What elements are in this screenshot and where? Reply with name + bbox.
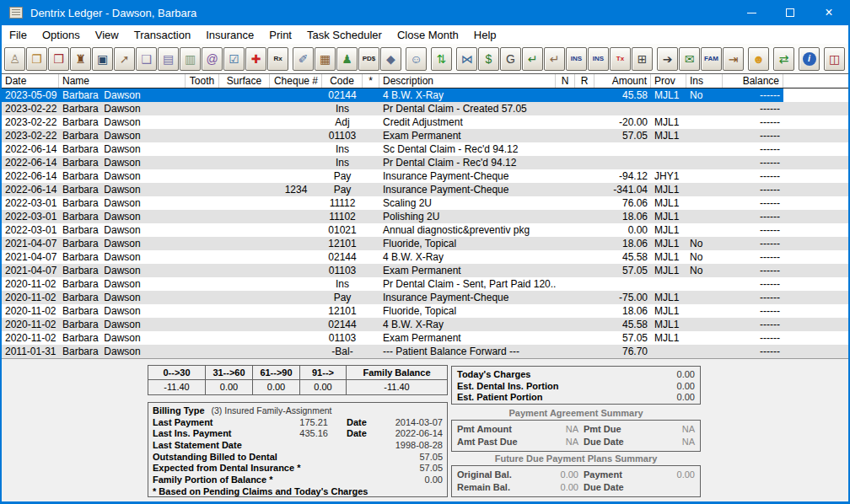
column-header-tooth[interactable]: Tooth — [186, 74, 219, 88]
cheque-register-icon[interactable]: ▥ — [180, 47, 201, 71]
cell-tooth — [186, 210, 219, 223]
table-row[interactable]: 2022-03-01 Barbara Dawson 01021 Annual d… — [2, 223, 848, 237]
cell-surface — [219, 304, 270, 318]
cell-description: Scaling 2U — [379, 196, 556, 210]
table-row[interactable]: 2020-11-02 Barbara Dawson Pay Insurance … — [2, 291, 848, 304]
column-header-r[interactable]: R — [575, 74, 594, 88]
billed-payment-icon[interactable]: PD$ — [358, 47, 379, 71]
info-icon[interactable]: i — [799, 47, 820, 71]
menu-item-close-month[interactable]: Close Month — [390, 25, 466, 44]
cell-n — [556, 237, 575, 250]
cell-date: 2011-01-31 — [2, 345, 59, 358]
quick-letters-icon[interactable]: ➚ — [114, 47, 135, 71]
walkout-icon[interactable]: ➔ — [657, 47, 678, 71]
document-cabinet-icon[interactable]: ▦ — [315, 47, 336, 71]
questionnaire-icon[interactable]: ☑ — [223, 47, 245, 71]
guarantor-notes-icon[interactable]: G — [500, 47, 521, 71]
minimize-button[interactable] — [732, 0, 771, 25]
menu-item-print[interactable]: Print — [261, 25, 299, 44]
cell-n — [556, 115, 575, 129]
cell-tooth — [186, 196, 219, 210]
maximize-button[interactable] — [771, 0, 810, 25]
enter-payment-icon[interactable]: ↵ — [522, 47, 543, 71]
column-header-date[interactable]: Date — [2, 74, 59, 88]
billing-label: * Based on Pending Claims and Today's Ch… — [153, 486, 368, 496]
prescriptions-icon[interactable]: Rx — [267, 47, 288, 71]
cell-r — [575, 264, 594, 277]
table-row[interactable]: 2022-06-14 Barbara Dawson 1234 Pay Insur… — [2, 183, 848, 196]
cell-prov: MJL1 — [651, 129, 686, 142]
table-row[interactable]: 2021-04-07 Barbara Dawson 02144 4 B.W. X… — [2, 250, 848, 264]
statement-icon[interactable]: $ — [478, 47, 499, 71]
family-file-icon[interactable]: ❐ — [26, 47, 47, 71]
column-header-balance[interactable]: Balance — [723, 74, 783, 88]
table-row[interactable]: 2022-06-14 Barbara Dawson Ins Pr Dental … — [2, 156, 848, 169]
ins-claims-icon[interactable]: INS — [588, 47, 609, 71]
table-row[interactable]: 2020-11-02 Barbara Dawson 02144 4 B.W. X… — [2, 318, 848, 331]
menu-item-file[interactable]: File — [2, 25, 35, 44]
tx-claims-icon[interactable]: Tx — [610, 47, 631, 71]
patient-chart-icon[interactable]: ♙ — [4, 47, 25, 71]
menu-item-insurance[interactable]: Insurance — [198, 25, 261, 44]
refresh-icon[interactable]: ⇅ — [431, 47, 452, 71]
table-row[interactable]: 2020-11-02 Barbara Dawson Ins Pr Dental … — [2, 277, 848, 291]
help-guide-icon[interactable]: ◫ — [824, 47, 845, 71]
table-row[interactable]: 2023-02-22 Barbara Dawson Adj Credit Adj… — [2, 115, 848, 129]
quick-notes-icon[interactable]: ▤ — [158, 47, 179, 71]
close-button[interactable]: × — [810, 0, 848, 25]
family-appointments-icon[interactable]: FAM — [701, 47, 722, 71]
title-bar: Dentrix Ledger - Dawson, Barbara × — [2, 0, 848, 25]
patient-chair-icon[interactable]: ♟ — [336, 47, 358, 71]
column-header-cheque[interactable]: Cheque # — [270, 74, 322, 88]
table-row[interactable]: 2021-04-07 Barbara Dawson 12101 Fluoride… — [2, 237, 848, 250]
column-header-name[interactable]: Name — [59, 74, 186, 88]
statement-envelope-icon[interactable]: ✉ — [679, 47, 700, 71]
cell-description: Insurance Payment-Cheque — [379, 183, 556, 196]
exit-icon[interactable]: ⇥ — [723, 47, 744, 71]
table-row[interactable]: 2022-03-01 Barbara Dawson 11102 Polishin… — [2, 210, 848, 223]
enter-procedure-icon[interactable]: ↵ — [544, 47, 565, 71]
menu-item-help[interactable]: Help — [466, 25, 504, 44]
patient-alert-icon[interactable]: ☻ — [748, 47, 769, 71]
table-row[interactable]: 2022-06-14 Barbara Dawson Pay Insurance … — [2, 169, 848, 183]
menu-item-task-scheduler[interactable]: Task Scheduler — [299, 25, 390, 44]
table-row[interactable]: 2021-04-07 Barbara Dawson 01103 Exam Per… — [2, 264, 848, 277]
column-header-ins[interactable]: Ins — [686, 74, 723, 88]
table-row[interactable]: 2022-03-01 Barbara Dawson 11112 Scaling … — [2, 196, 848, 210]
menu-item-transaction[interactable]: Transaction — [126, 25, 198, 44]
document-center-icon[interactable]: ❑ — [136, 47, 157, 71]
office-manager-icon[interactable]: ♜ — [70, 47, 91, 71]
column-header-n[interactable]: N — [556, 74, 575, 88]
email-icon[interactable]: @ — [202, 47, 223, 71]
column-header-amount[interactable]: Amount — [594, 74, 651, 88]
column-header-prov[interactable]: Prov — [651, 74, 686, 88]
cell-amount — [594, 277, 651, 291]
table-row[interactable]: 2022-06-14 Barbara Dawson Ins Sc Dental … — [2, 142, 848, 156]
aging-summary-box: 0-->3031-->6061-->9091-->Family Balance … — [148, 365, 448, 395]
ledger-icon[interactable]: ❒ — [48, 47, 69, 71]
cell-tooth — [186, 142, 219, 156]
table-row[interactable]: 2023-02-22 Barbara Dawson 01103 Exam Per… — [2, 129, 848, 142]
medical-alert-icon[interactable]: ✚ — [245, 47, 266, 71]
table-row[interactable]: 2023-02-22 Barbara Dawson Ins Pr Dental … — [2, 102, 848, 115]
menu-item-view[interactable]: View — [88, 25, 126, 44]
patient-transfer-icon[interactable]: ⇄ — [773, 47, 794, 71]
archive-box-icon[interactable]: ◆ — [380, 47, 401, 71]
treatment-planner-icon[interactable]: ✐ — [293, 47, 314, 71]
payment-agreement-row: Pmt AmountNAPmt DueNA — [457, 423, 695, 436]
column-header-description[interactable]: Description — [379, 74, 556, 88]
column-header-surface[interactable]: Surface — [219, 74, 270, 88]
table-row-selected[interactable]: 2023-05-09 Barbara Dawson 02144 4 B.W. X… — [2, 88, 848, 102]
table-row[interactable]: 2020-11-02 Barbara Dawson 01103 Exam Per… — [2, 331, 848, 345]
menu-item-options[interactable]: Options — [35, 25, 88, 44]
column-header-code[interactable]: Code — [322, 74, 363, 88]
table-row[interactable]: 2020-11-02 Barbara Dawson 12101 Fluoride… — [2, 304, 848, 318]
select-patient-icon[interactable]: ☺ — [406, 47, 427, 71]
calculator-icon[interactable]: ⊞ — [632, 47, 653, 71]
column-header-[interactable]: * — [363, 74, 379, 88]
patient-info-icon[interactable]: ▣ — [92, 47, 113, 71]
future-due-box: Original Bal.0.00Payment0.00Remain Bal.0… — [451, 465, 701, 497]
ins-today-icon[interactable]: INS — [566, 47, 587, 71]
table-row[interactable]: 2011-01-31 Barbara Dawson -Bal- --- Pati… — [2, 345, 848, 358]
payment-agreement-icon[interactable]: ⋈ — [456, 47, 477, 71]
